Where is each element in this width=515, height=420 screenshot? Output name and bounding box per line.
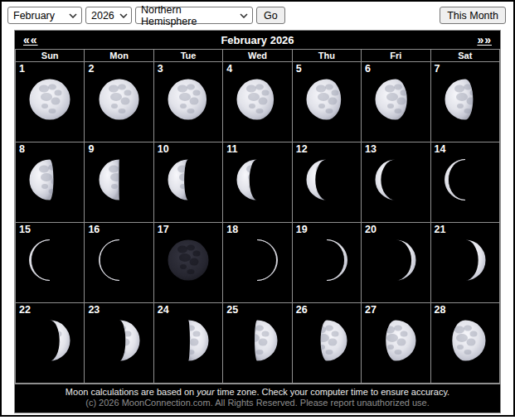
- next-month-link[interactable]: »»: [477, 33, 492, 46]
- day-number: 21: [435, 224, 446, 235]
- day-cell: 3: [153, 62, 222, 142]
- week-row: 891011121314: [16, 142, 500, 223]
- month-select[interactable]: February: [7, 7, 82, 24]
- day-cell: 4: [223, 62, 292, 142]
- day-number: 22: [19, 304, 31, 316]
- moon-icon: [234, 157, 280, 203]
- weekday-row: SunMonTueWedThuFriSat: [16, 50, 500, 62]
- chevron-down-icon: [69, 13, 77, 18]
- moon-icon: [27, 237, 73, 283]
- moon-icon: [165, 237, 211, 283]
- day-number: 8: [19, 143, 25, 155]
- weekday-header: Wed: [223, 50, 292, 62]
- day-number: 5: [296, 63, 302, 75]
- moon-icon: [442, 76, 488, 123]
- day-cell: 14: [430, 142, 499, 223]
- day-cell: 24: [153, 303, 222, 384]
- day-number: 13: [365, 143, 377, 155]
- day-cell: 12: [292, 142, 361, 223]
- this-month-button[interactable]: This Month: [440, 7, 506, 24]
- weekday-header: Tue: [153, 50, 222, 62]
- moon-icon: [234, 317, 280, 364]
- day-cell: 25: [223, 303, 292, 384]
- moon-icon: [442, 157, 488, 203]
- day-number: 16: [88, 224, 100, 235]
- day-cell: 15: [16, 223, 85, 303]
- day-cell: 5: [292, 62, 361, 142]
- day-cell: 13: [362, 142, 430, 223]
- moon-icon: [372, 237, 419, 283]
- moon-icon: [304, 317, 350, 364]
- weekday-header: Sun: [16, 50, 85, 62]
- year-select[interactable]: 2026: [85, 7, 132, 24]
- calendar-header: «« February 2026 »»: [15, 31, 500, 49]
- moon-icon: [304, 76, 350, 123]
- hemisphere-select-value: Northern Hemisphere: [141, 4, 235, 27]
- day-number: 20: [365, 224, 377, 235]
- moon-phase-waning-gibbous-icon: [16, 142, 84, 203]
- day-number: 10: [158, 143, 169, 155]
- moon-icon: [234, 76, 280, 123]
- chevron-down-icon: [240, 13, 248, 18]
- go-button[interactable]: Go: [256, 7, 285, 24]
- day-cell: 11: [223, 142, 292, 223]
- weekday-header: Mon: [85, 50, 153, 62]
- moon-phase-waning-gibbous-icon: [223, 62, 291, 123]
- moon-icon: [27, 317, 73, 364]
- calendar-weeks: 1234567891011121314151617181920212223242…: [16, 62, 500, 384]
- day-cell: 7: [430, 62, 499, 142]
- moon-icon: [165, 76, 211, 123]
- prev-month-link[interactable]: ««: [23, 33, 38, 46]
- moon-phase-waning-gibbous-icon: [362, 62, 430, 123]
- day-cell: 28: [430, 303, 499, 384]
- moon-icon: [372, 76, 419, 123]
- hemisphere-select[interactable]: Northern Hemisphere: [135, 7, 253, 24]
- moon-icon: [165, 157, 211, 203]
- day-number: 12: [296, 143, 308, 155]
- moon-icon: [372, 317, 419, 364]
- moon-phase-waning-gibbous-icon: [85, 62, 153, 123]
- moon-icon: [96, 76, 143, 123]
- day-cell: 8: [16, 142, 85, 223]
- moon-icon: [96, 317, 143, 364]
- day-cell: 9: [85, 142, 153, 223]
- day-cell: 22: [16, 303, 85, 384]
- day-number: 27: [365, 304, 377, 316]
- weekday-header: Sat: [430, 50, 499, 62]
- day-number: 19: [296, 224, 308, 235]
- day-number: 14: [435, 143, 446, 155]
- week-row: 1234567: [16, 62, 500, 142]
- day-cell: 2: [85, 62, 153, 142]
- moon-icon: [165, 317, 211, 364]
- moon-icon: [304, 237, 350, 283]
- week-row: 15161718192021: [16, 223, 500, 303]
- day-number: 1: [19, 63, 25, 75]
- moon-icon: [442, 317, 488, 364]
- day-cell: 21: [430, 223, 499, 303]
- moon-phase-full-moon-icon: [16, 62, 84, 123]
- day-cell: 1: [16, 62, 85, 142]
- footer-copyright: (c) 2026 MoonConnection.com. All Rights …: [15, 398, 500, 408]
- moon-icon: [442, 237, 488, 283]
- moon-phase-waning-gibbous-icon: [431, 62, 499, 123]
- day-number: 28: [435, 304, 446, 316]
- footer-note: Moon calculations are based on your time…: [15, 387, 500, 398]
- day-cell: 26: [292, 303, 361, 384]
- day-number: 24: [158, 304, 169, 316]
- day-number: 4: [226, 63, 232, 75]
- day-number: 11: [226, 143, 237, 155]
- moon-phase-waning-gibbous-icon: [154, 62, 222, 123]
- calendar-footer: Moon calculations are based on your time…: [15, 384, 500, 413]
- page-frame: February 2026 Northern Hemisphere Go Thi…: [0, 0, 515, 417]
- toolbar: February 2026 Northern Hemisphere Go Thi…: [7, 7, 508, 27]
- day-number: 6: [365, 63, 371, 75]
- day-cell: 19: [292, 223, 361, 303]
- day-number: 18: [226, 224, 238, 235]
- moon-calendar: «« February 2026 »» SunMonTueWedThuFriSa…: [14, 30, 501, 413]
- toolbar-controls: February 2026 Northern Hemisphere Go: [7, 7, 508, 24]
- year-select-value: 2026: [91, 10, 114, 22]
- day-number: 2: [88, 63, 94, 75]
- moon-icon: [304, 157, 350, 203]
- day-number: 15: [19, 224, 31, 235]
- day-number: 7: [435, 63, 440, 75]
